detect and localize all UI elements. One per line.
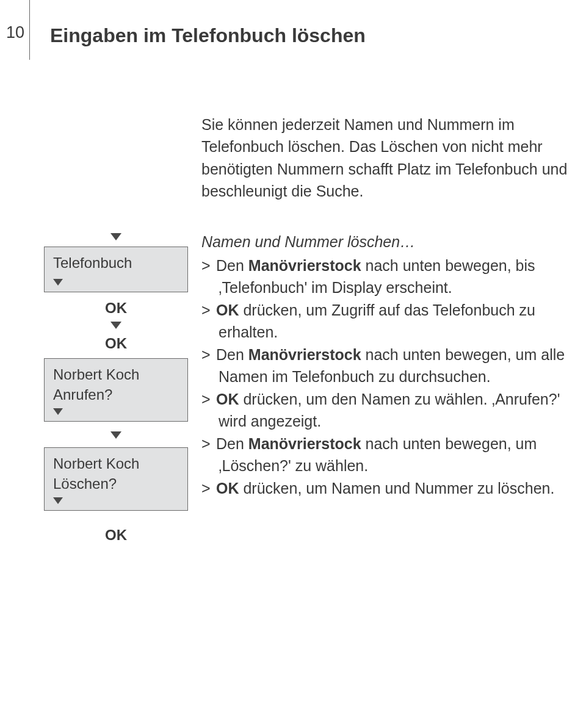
down-triangle-icon [110, 233, 121, 240]
display-text: Anrufen? [53, 385, 179, 405]
ok-label: OK [105, 335, 127, 352]
bullet-gt: > [201, 299, 216, 322]
display-text: Norbert Koch [53, 365, 179, 384]
bullet-gt: > [201, 477, 216, 500]
ok-label: OK [105, 527, 127, 544]
display-box-anrufen: Norbert Koch Anrufen? [44, 358, 188, 422]
instruction-step: >Den Manövrierstock nach unten bewegen, … [201, 254, 586, 299]
bullet-gt: > [201, 433, 216, 455]
instruction-step: >OK drücken, um Zugriff auf das Telefonb… [201, 299, 586, 344]
bullet-gt: > [201, 388, 216, 411]
step-text: Den [216, 257, 248, 274]
instruction-step: >OK drücken, um den Namen zu wählen. ‚An… [201, 388, 586, 433]
step-text: drücken, um Zugriff auf das Telefonbuch … [219, 301, 535, 341]
section-subheading: Namen und Nummer löschen… [201, 231, 586, 253]
instruction-step: >OK drücken, um Namen und Nummer zu lösc… [201, 477, 586, 500]
intro-paragraph: Sie können jederzeit Namen und Nummern i… [201, 114, 568, 202]
bullet-gt: > [201, 344, 216, 366]
page-number: 10 [6, 23, 24, 42]
bullet-gt: > [201, 254, 216, 277]
step-text: Den [216, 435, 248, 452]
ok-label: OK [105, 300, 127, 317]
step-keyword: OK [216, 480, 239, 497]
manual-page: 10 Eingaben im Telefonbuch löschen Sie k… [0, 0, 586, 728]
instruction-step: >Den Manövrierstock nach unten bewegen, … [201, 433, 586, 477]
display-box-telefonbuch: Telefonbuch [44, 247, 188, 292]
display-text: Telefonbuch [53, 253, 179, 273]
step-text: drücken, um den Namen zu wählen. ‚Anrufe… [219, 391, 560, 430]
display-text: Norbert Koch [53, 454, 179, 474]
right-column: Namen und Nummer löschen… >Den Manövrier… [201, 231, 586, 499]
step-keyword: OK [216, 391, 239, 408]
step-text: drücken, um Namen und Nummer zu löschen. [239, 480, 555, 497]
down-triangle-icon [110, 431, 121, 439]
down-triangle-icon [53, 497, 63, 504]
step-keyword: OK [216, 301, 239, 319]
step-text: Den [216, 346, 248, 363]
step-keyword: Manövrierstock [248, 346, 361, 363]
step-keyword: Manövrierstock [248, 435, 361, 452]
display-box-loeschen: Norbert Koch Löschen? [44, 447, 188, 511]
page-heading: Eingaben im Telefonbuch löschen [50, 24, 366, 47]
top-divider [29, 0, 30, 60]
left-column: Telefonbuch OK OK Norbert Koch Anrufen? … [44, 231, 188, 545]
step-keyword: Manövrierstock [248, 257, 361, 274]
down-triangle-icon [53, 279, 63, 286]
instruction-step: >Den Manövrierstock nach unten bewegen, … [201, 344, 586, 388]
down-triangle-icon [53, 408, 63, 415]
down-triangle-icon [110, 322, 121, 329]
display-text: Löschen? [53, 474, 179, 494]
